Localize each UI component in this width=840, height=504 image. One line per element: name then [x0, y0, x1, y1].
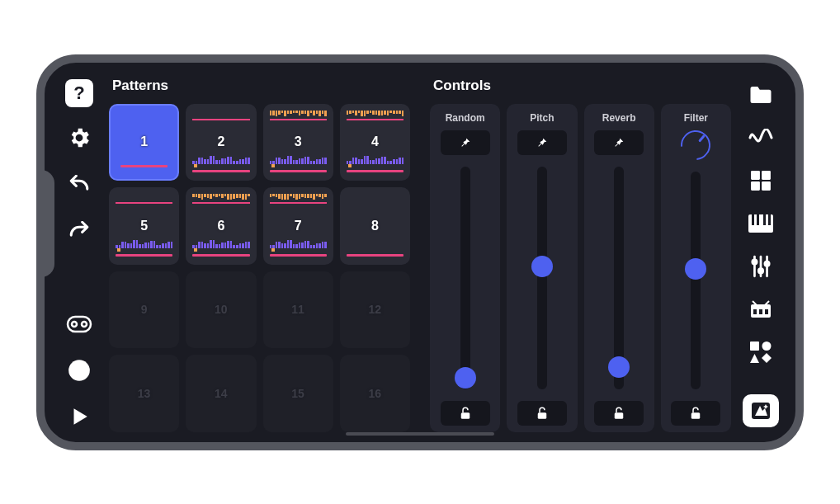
control-pitch: Pitch	[507, 104, 577, 432]
device-notch	[36, 170, 54, 277]
pattern-pad-7[interactable]: 7	[263, 187, 333, 265]
patterns-title: Patterns	[112, 78, 410, 94]
svg-point-20	[753, 259, 757, 263]
record-button[interactable]	[64, 355, 95, 386]
slider[interactable]	[691, 172, 701, 389]
svg-rect-9	[762, 171, 771, 180]
pattern-pad-4[interactable]: 4	[340, 104, 410, 181]
pad-number: 4	[371, 134, 379, 149]
controls-title: Controls	[433, 78, 731, 94]
pattern-pad-11[interactable]: 11	[263, 271, 333, 349]
pad-number: 2	[217, 134, 224, 149]
slider[interactable]	[537, 167, 547, 389]
unlock-icon	[688, 406, 703, 421]
slider-thumb[interactable]	[685, 258, 706, 280]
grid-icon	[750, 170, 772, 191]
grid-button[interactable]	[745, 165, 776, 196]
pattern-pad-15[interactable]: 15	[263, 355, 333, 432]
svg-marker-32	[762, 353, 772, 363]
unlock-icon	[535, 406, 550, 421]
slider-thumb[interactable]	[455, 367, 476, 389]
slider[interactable]	[460, 167, 470, 389]
pattern-pad-1[interactable]: 1	[109, 104, 179, 181]
lock-button[interactable]	[517, 401, 567, 426]
pattern-pad-2[interactable]: 2	[186, 104, 256, 181]
pattern-pad-9[interactable]: 9	[109, 271, 179, 349]
filter-knob[interactable]	[675, 124, 717, 166]
svg-rect-8	[751, 171, 760, 180]
svg-rect-29	[750, 341, 759, 351]
piano-button[interactable]	[745, 208, 776, 239]
control-label: Random	[446, 112, 485, 124]
left-sidebar: ?	[54, 78, 104, 432]
control-label: Pitch	[530, 112, 554, 124]
svg-rect-10	[751, 181, 760, 191]
pad-number: 7	[295, 219, 302, 233]
pin-button[interactable]	[517, 130, 567, 155]
svg-rect-16	[768, 214, 771, 225]
play-icon	[68, 406, 90, 427]
pad-number: 3	[295, 134, 302, 149]
pad-number: 15	[291, 387, 304, 400]
pin-button[interactable]	[594, 130, 644, 155]
slider-thumb[interactable]	[608, 356, 630, 378]
main-area: Patterns 12345678910111213141516 Control…	[104, 78, 736, 432]
redo-button[interactable]	[64, 214, 95, 246]
svg-rect-26	[765, 309, 768, 314]
tape-button[interactable]	[64, 309, 95, 340]
svg-rect-5	[538, 412, 547, 419]
sliders-icon	[750, 255, 772, 278]
svg-rect-15	[763, 214, 766, 225]
svg-rect-13	[752, 214, 754, 225]
patterns-section: Patterns 12345678910111213141516	[109, 78, 410, 432]
pad-number: 14	[215, 387, 228, 400]
home-indicator	[346, 432, 494, 436]
shapes-button[interactable]	[745, 337, 776, 368]
pattern-pad-14[interactable]: 14	[186, 355, 256, 432]
pattern-pad-12[interactable]: 12	[340, 271, 410, 349]
svg-marker-31	[750, 354, 759, 363]
slider[interactable]	[614, 167, 624, 389]
controls-row: RandomPitchReverbFilter	[430, 104, 731, 432]
unlock-icon	[458, 406, 473, 421]
play-button[interactable]	[64, 401, 95, 432]
control-reverb: Reverb	[584, 104, 654, 432]
pattern-pad-16[interactable]: 16	[340, 355, 410, 432]
lock-button[interactable]	[441, 401, 490, 426]
svg-point-2	[82, 322, 87, 327]
folder-button[interactable]	[745, 79, 776, 111]
pin-button[interactable]	[441, 130, 490, 155]
drums-button[interactable]	[745, 294, 776, 325]
sliders-button[interactable]	[745, 251, 776, 282]
svg-point-3	[68, 360, 90, 381]
tape-icon	[66, 315, 92, 333]
pad-number: 11	[291, 303, 304, 316]
undo-button[interactable]	[64, 168, 95, 200]
pattern-pad-5[interactable]: 5	[109, 187, 179, 265]
svg-rect-25	[759, 309, 762, 314]
pin-icon	[459, 136, 472, 149]
undo-icon	[67, 175, 92, 193]
device-frame: ? Patterns 12345678910111213141516 Contr	[36, 54, 804, 450]
lock-button[interactable]	[671, 401, 720, 426]
pin-icon	[612, 136, 625, 149]
slider-thumb[interactable]	[531, 256, 553, 277]
pattern-pad-8[interactable]: 8	[340, 187, 410, 265]
help-button[interactable]: ?	[65, 79, 93, 107]
pattern-pad-6[interactable]: 6	[186, 187, 256, 265]
pad-number: 6	[217, 219, 224, 233]
pin-icon	[536, 136, 549, 149]
wave-button[interactable]	[745, 122, 776, 153]
settings-button[interactable]	[64, 122, 95, 153]
pattern-pad-3[interactable]: 3	[263, 104, 333, 181]
pad-number: 10	[215, 303, 228, 316]
pattern-pad-13[interactable]: 13	[109, 355, 179, 432]
right-sidebar	[736, 78, 786, 432]
piano-icon	[748, 214, 773, 233]
magic-button[interactable]	[743, 394, 779, 427]
pad-number: 8	[371, 219, 379, 233]
pattern-pad-10[interactable]: 10	[186, 271, 256, 349]
svg-rect-4	[460, 412, 470, 419]
unlock-icon	[611, 406, 626, 421]
lock-button[interactable]	[594, 401, 644, 426]
